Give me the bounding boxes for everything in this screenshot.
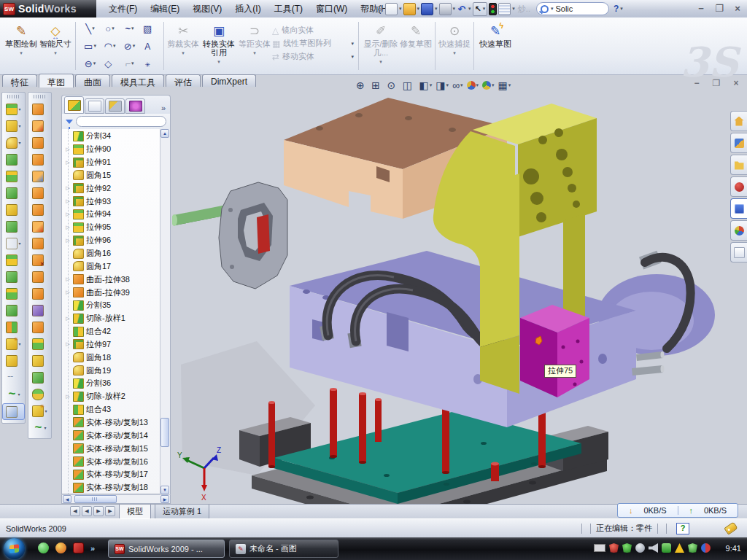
expander-icon[interactable] [65,394,71,400]
tool-dropdown[interactable] [18,392,20,397]
insert-part-icon[interactable] [3,336,24,351]
untrim-surface-icon[interactable] [29,319,50,335]
zoom-fit-icon[interactable] [356,79,368,91]
tree-item[interactable]: 拉伸92 [62,182,170,195]
extruded-cut-icon[interactable] [3,118,24,133]
file-explorer-tab[interactable] [730,155,747,175]
edit-appearance-icon[interactable] [467,81,479,90]
convert-entities-button[interactable]: 转换实体引用 [199,19,239,73]
expander-icon[interactable] [65,316,71,322]
scroll-left-icon[interactable]: ◀ [63,495,71,503]
scroll-up-icon[interactable]: ▲ [160,129,169,138]
sketch-entity-dropdown[interactable] [92,26,95,31]
draft-icon[interactable] [3,219,24,234]
sketch-entity-dropdown[interactable] [131,26,134,31]
menu-item[interactable]: 视图(V) [186,1,228,18]
intersect-icon[interactable] [3,286,24,301]
ruled-surface-icon[interactable] [29,236,50,251]
tree-item[interactable]: 组合42 [62,325,170,338]
shell-icon[interactable] [3,202,24,217]
messenger-quicklaunch-icon[interactable] [38,542,49,553]
repair-sketch-button[interactable]: 修复草图 [400,19,432,73]
planar-surface-icon[interactable] [29,202,50,217]
tree-item[interactable]: 曲面-拉伸38 [62,273,170,286]
text-tool-icon[interactable] [139,41,159,52]
next-tab-icon[interactable]: ▶ [93,506,104,516]
hide-show-items-icon[interactable] [452,79,463,91]
quick-launch-overflow-icon[interactable]: » [90,544,95,553]
magnify-icon[interactable] [387,79,399,91]
taskbar-clock[interactable]: 9:41 [726,544,741,553]
doc-minimize-icon[interactable] [692,78,702,88]
select-tool-button[interactable] [473,2,488,16]
propertymanager-tab[interactable] [85,98,104,114]
toolbar-grip[interactable] [34,95,47,98]
heads-up-dropdown[interactable] [430,82,433,88]
menu-item[interactable]: 编辑(E) [144,1,186,18]
custom-properties-tab[interactable] [730,242,747,262]
print-icon[interactable] [439,3,452,15]
app-quicklaunch-icon[interactable] [55,542,66,553]
configurationmanager-tab[interactable] [105,98,125,114]
toolbox-tab[interactable] [730,176,747,197]
network-speed-widget[interactable]: ↓ 0KB/S ↑ 0KB/S [617,503,738,518]
sketch-entity-dropdown[interactable] [113,43,116,49]
tree-item[interactable]: 实体-移动/复制18 [62,481,170,494]
display-delete-dropdown[interactable] [379,58,382,66]
part-side-block[interactable] [520,305,589,397]
linear-pattern-button[interactable]: 线性草图阵列 [272,38,354,49]
extruded-surface-icon[interactable] [29,101,50,117]
move-copy-bodies-icon[interactable] [3,319,24,335]
mirror-icon[interactable] [3,252,24,268]
select-dropdown[interactable] [483,6,486,12]
search-box[interactable]: Solic [536,2,609,15]
scroll-right-icon[interactable]: ▶ [160,495,169,503]
revolved-surface-icon[interactable] [29,118,50,133]
tree-item[interactable]: 圆角18 [62,351,170,364]
open-dropdown[interactable] [417,6,420,12]
smart-dimension-button[interactable]: 智能尺寸 [39,19,72,73]
tool-dropdown[interactable] [18,341,20,346]
im-tray-icon[interactable] [701,543,711,553]
print-dropdown[interactable] [453,6,456,12]
scroll-down-icon[interactable]: ▼ [160,486,169,494]
sketch-entity-dropdown[interactable] [93,43,96,49]
tree-vertical-scrollbar[interactable]: ▲ ▼ [160,129,170,494]
wireless-warning-tray-icon[interactable] [675,543,684,553]
graphics-area[interactable]: Y Z X [172,88,747,504]
heads-up-dropdown[interactable] [492,82,495,88]
tool-dropdown[interactable] [18,140,20,145]
freeform-icon[interactable] [29,353,50,368]
expander-icon[interactable] [65,160,71,166]
smart-dimension-dropdown[interactable] [54,49,57,58]
ribbon-tab[interactable]: DimXpert [202,74,256,87]
menu-item[interactable]: 文件(F) [102,1,144,18]
move-entities-button[interactable]: 移动实体 [272,51,354,62]
ellipse-tool-icon[interactable] [120,41,139,52]
tree-item[interactable]: 实体-移动/复制15 [62,442,170,455]
new-file-dropdown[interactable] [399,6,402,12]
rectangle-tool-icon[interactable] [80,41,100,52]
tool-dropdown[interactable] [44,425,46,430]
minimize-icon[interactable] [696,3,706,14]
expander-icon[interactable] [65,276,71,282]
horizontal-scroll-thumb[interactable] [74,495,117,503]
tree-item[interactable]: 圆角16 [62,247,170,260]
menu-item[interactable]: 插入(I) [228,1,267,18]
firewall-tray-icon[interactable] [622,543,632,553]
ribbon-tab[interactable]: 曲面 [75,74,110,87]
expander-icon[interactable] [65,185,71,191]
rib-icon[interactable] [3,269,24,284]
boundary-surface-icon[interactable] [29,168,50,184]
expander-icon[interactable] [65,341,71,347]
filled-surface-icon[interactable] [29,185,50,201]
extend-surface-icon[interactable] [29,286,50,301]
appearances-tab[interactable] [730,220,747,241]
pin-icon[interactable] [375,4,384,14]
open-icon[interactable] [403,3,416,15]
display-style-icon[interactable] [419,79,433,91]
model-tab[interactable]: 运动算例 1 [155,505,209,520]
restore-icon[interactable] [714,3,724,14]
last-tab-icon[interactable]: ▶ [105,506,115,516]
fillet-icon[interactable] [3,135,24,150]
